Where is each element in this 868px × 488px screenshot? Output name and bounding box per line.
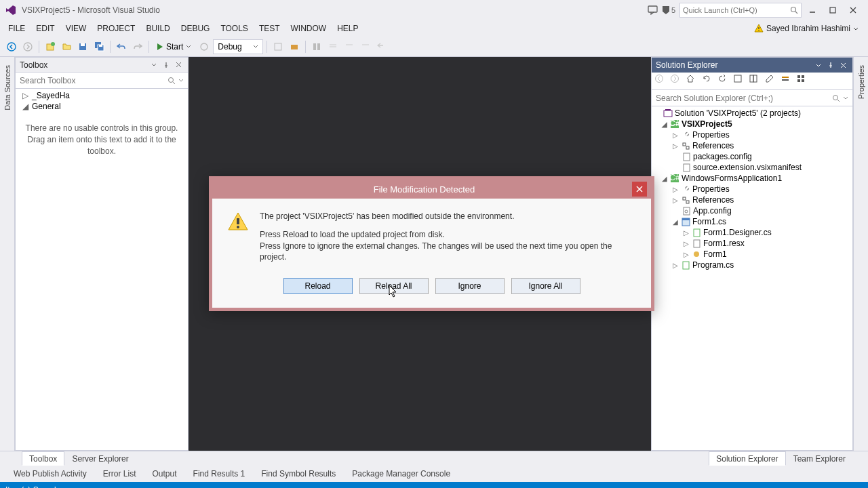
tree-node-form1-class[interactable]: ▷Form1 — [652, 249, 852, 260]
menu-debug[interactable]: DEBUG — [176, 22, 216, 35]
feedback-icon[interactable] — [644, 2, 662, 18]
tree-node-properties[interactable]: ▷Properties — [652, 184, 852, 195]
tab-web-publish[interactable]: Web Publish Activity — [7, 467, 94, 481]
menu-help[interactable]: HELP — [332, 22, 363, 35]
menu-window[interactable]: WINDOW — [285, 22, 332, 35]
start-button[interactable]: Start — [153, 41, 195, 53]
pin-icon[interactable] — [825, 60, 836, 70]
tab-find-results[interactable]: Find Results 1 — [186, 467, 252, 481]
tree-node-resx[interactable]: ▷Form1.resx — [652, 238, 852, 249]
tree-node-references[interactable]: ▷References — [652, 140, 852, 151]
nav-back-button[interactable] — [4, 39, 19, 54]
menu-edit[interactable]: EDIT — [31, 22, 60, 35]
redo-button[interactable] — [130, 39, 145, 54]
tree-node-references[interactable]: ▷References — [652, 195, 852, 205]
toolbar-btn-2[interactable] — [287, 39, 302, 54]
quick-launch-input[interactable] — [683, 6, 790, 14]
tab-team-explorer[interactable]: Team Explorer — [786, 451, 853, 466]
se-fwd-button[interactable] — [670, 74, 685, 89]
svg-rect-39 — [782, 79, 789, 81]
menu-file[interactable]: FILE — [3, 22, 31, 35]
nav-fwd-button[interactable] — [20, 39, 35, 54]
close-icon[interactable] — [173, 60, 184, 70]
panel-dropdown-icon[interactable] — [813, 60, 824, 70]
se-sync-button[interactable] — [702, 74, 717, 89]
svg-rect-21 — [313, 43, 316, 50]
ignore-all-button[interactable]: Ignore All — [511, 278, 580, 294]
pin-icon[interactable] — [161, 60, 172, 70]
tree-node-designer[interactable]: ▷Form1.Designer.cs — [652, 227, 852, 238]
toolbox-search-input[interactable] — [20, 76, 167, 85]
se-home-button[interactable] — [686, 74, 701, 89]
tree-node-solution[interactable]: Solution 'VSIXProject5' (2 projects) — [652, 108, 852, 119]
reload-all-button[interactable]: Reload All — [359, 278, 429, 294]
toolbox-group-sayedha[interactable]: ▷ _SayedHa — [16, 90, 188, 101]
tab-error-list[interactable]: Error List — [96, 467, 143, 481]
se-view-button[interactable] — [796, 74, 811, 89]
tree-node-properties[interactable]: ▷Properties — [652, 129, 852, 140]
tab-server-explorer[interactable]: Server Explorer — [64, 451, 136, 466]
menu-project[interactable]: PROJECT — [92, 22, 140, 35]
menu-tools[interactable]: TOOLS — [215, 22, 253, 35]
close-icon[interactable] — [837, 60, 848, 70]
se-collapse-button[interactable] — [733, 74, 748, 89]
se-search-input[interactable] — [656, 94, 832, 103]
panel-dropdown-icon[interactable] — [149, 60, 159, 70]
dialog-close-button[interactable] — [632, 182, 647, 197]
toolbar-btn-7[interactable] — [374, 39, 389, 54]
toolbox-search[interactable] — [16, 73, 188, 89]
menu-build[interactable]: BUILD — [140, 22, 175, 35]
toolbar-btn-1[interactable] — [271, 39, 285, 54]
svg-rect-65 — [683, 262, 689, 269]
tab-toolbox[interactable]: Toolbox — [22, 451, 64, 466]
debug-target-button[interactable] — [197, 39, 212, 54]
toolbar-btn-5[interactable] — [342, 39, 357, 54]
expand-icon: ▷ — [683, 229, 690, 237]
tab-solution-explorer[interactable]: Solution Explorer — [709, 451, 785, 466]
rail-tab-properties[interactable]: Properties — [856, 60, 867, 104]
tree-node-manifest[interactable]: source.extension.vsixmanifest — [652, 162, 852, 173]
new-project-button[interactable] — [43, 39, 58, 54]
se-preview-button[interactable] — [781, 74, 795, 89]
toolbar-btn-3[interactable] — [309, 39, 324, 54]
se-properties-button[interactable] — [765, 74, 780, 89]
config-selector[interactable]: Debug — [213, 39, 262, 54]
dialog-titlebar[interactable]: File Modification Detected — [212, 180, 651, 199]
tree-node-project2[interactable]: ◢C#WindowsFormsApplication1 — [652, 173, 852, 184]
warning-icon — [754, 24, 764, 33]
save-button[interactable] — [75, 39, 90, 54]
toolbar-btn-6[interactable] — [358, 39, 373, 54]
ignore-button[interactable]: Ignore — [435, 278, 505, 294]
undo-button[interactable] — [114, 39, 129, 54]
tree-node-program[interactable]: ▷Program.cs — [652, 260, 852, 270]
tab-package-manager[interactable]: Package Manager Console — [345, 467, 457, 481]
solution-explorer-search[interactable] — [652, 90, 852, 106]
se-showall-button[interactable] — [749, 74, 764, 89]
window-maximize[interactable] — [823, 3, 842, 18]
toolbar-btn-4[interactable] — [326, 39, 340, 54]
quick-launch[interactable] — [679, 3, 802, 18]
tab-output[interactable]: Output — [146, 467, 184, 481]
se-refresh-button[interactable] — [717, 74, 732, 89]
svg-point-69 — [237, 226, 239, 228]
save-all-button[interactable] — [92, 39, 106, 54]
se-back-button[interactable] — [654, 74, 669, 89]
tree-node-appconfig[interactable]: App.config — [652, 205, 852, 216]
toolbox-group-general[interactable]: ◢ General — [16, 101, 188, 112]
window-minimize[interactable] — [803, 3, 822, 18]
window-close[interactable] — [844, 3, 863, 18]
notifications-icon[interactable]: 5 — [662, 2, 675, 18]
svg-rect-41 — [802, 75, 804, 78]
tree-node-packages[interactable]: packages.config — [652, 151, 852, 162]
signed-in-user[interactable]: Sayed Ibrahim Hashimi — [754, 24, 865, 33]
reload-button[interactable]: Reload — [283, 278, 353, 294]
menu-test[interactable]: TEST — [254, 22, 285, 35]
tree-node-form1[interactable]: ◢Form1.cs — [652, 216, 852, 227]
tab-find-symbol[interactable]: Find Symbol Results — [254, 467, 342, 481]
svg-rect-17 — [99, 45, 102, 47]
menu-view[interactable]: VIEW — [60, 22, 92, 35]
tree-node-project1[interactable]: ◢C#VSIXProject5 — [652, 119, 852, 129]
open-file-button[interactable] — [59, 39, 74, 54]
form-icon — [681, 217, 690, 226]
rail-tab-data-sources[interactable]: Data Sources — [2, 60, 13, 116]
